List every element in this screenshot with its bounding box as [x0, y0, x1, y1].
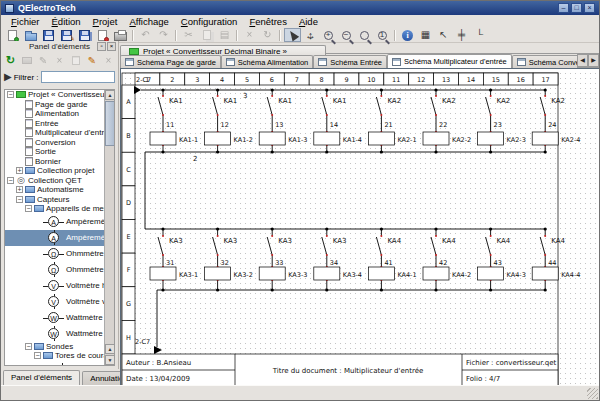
new-file-button[interactable]: [4, 28, 21, 42]
top-branch-KA2-4[interactable]: KA224KA2-4: [532, 88, 580, 153]
pan-mode-button[interactable]: ↔↕: [302, 28, 319, 42]
tree-item-wattme-tre-ver[interactable]: WWattmètre ver...: [5, 326, 114, 342]
schema-tab-5[interactable]: Schéma Conversion: [512, 55, 577, 68]
folio-references[interactable]: 2-C72-C7: [134, 76, 162, 354]
maximize-button[interactable]: □: [571, 3, 582, 13]
expand-icon[interactable]: +: [16, 167, 23, 174]
tree-item-automatisme[interactable]: +Automatisme: [5, 185, 114, 195]
tree-item-capteurs[interactable]: −Capteurs: [5, 195, 114, 205]
dock-tab-panel-d-e-le-ments[interactable]: Panel d'éléments: [3, 370, 80, 386]
collapse-icon[interactable]: −: [7, 91, 14, 98]
schema-tab-1[interactable]: Schéma Page de garde: [120, 55, 221, 68]
schema-tab-2[interactable]: Schéma Alimentation: [221, 55, 313, 68]
tree-item-alimentation[interactable]: Alimentation: [5, 109, 114, 119]
title-bar[interactable]: QElectroTech – □ ×: [1, 1, 599, 15]
save-as-button[interactable]: ✎: [58, 28, 75, 42]
top-branch-KA2-3[interactable]: KA223KA2-3: [478, 88, 526, 153]
menu-edition[interactable]: Édition: [46, 16, 87, 27]
top-branch-KA1-3[interactable]: KA113KA1-3: [259, 88, 307, 153]
tree-item-voltme-tre-vertical[interactable]: VVoltmètre vertical: [5, 294, 114, 310]
bottom-branch-KA4-1[interactable]: KA441KA4-1: [368, 227, 416, 291]
zoom-in-button[interactable]: +: [320, 28, 337, 42]
menu-projet[interactable]: Projet: [87, 16, 124, 27]
menu-configuration[interactable]: Configuration: [175, 16, 244, 27]
collapse-icon[interactable]: −: [34, 352, 41, 359]
filter-input[interactable]: [41, 71, 115, 83]
tree-item-entre-e[interactable]: Entrée: [5, 119, 114, 129]
tree-item-conversion[interactable]: Conversion: [5, 138, 114, 148]
tree-scrollbar[interactable]: ▲ ▲ ▼: [104, 90, 114, 365]
bottom-branch-KA3-3[interactable]: KA333KA3-3: [259, 227, 307, 291]
collapse-icon[interactable]: −: [25, 343, 32, 350]
add-conductor-button[interactable]: ╪: [453, 28, 470, 42]
scroll-down-icon[interactable]: ▼: [105, 355, 115, 365]
element-infos-button[interactable]: i: [399, 28, 416, 42]
open-file-button[interactable]: [22, 28, 39, 42]
tree-item-collection-projet[interactable]: +Collection projet: [5, 166, 114, 176]
top-branch-KA2-1[interactable]: KA221KA2-1: [368, 88, 416, 153]
tree-item-collection-qet[interactable]: −◎Collection QET: [5, 176, 114, 186]
schema-tab-4[interactable]: Schéma Multiplicateur d'entrée: [387, 54, 512, 68]
conductors[interactable]: [141, 90, 545, 347]
print-button[interactable]: [112, 28, 129, 42]
tree-item-bornier[interactable]: Bornier: [5, 157, 114, 167]
zoom-out-button[interactable]: −: [338, 28, 355, 42]
menu-fenetres[interactable]: Fenêtres: [243, 16, 293, 27]
save-button[interactable]: [40, 28, 57, 42]
top-branch-KA2-2[interactable]: KA222KA2-2: [423, 88, 471, 153]
dock-header[interactable]: Panel d'éléments ▫ ×: [1, 41, 118, 52]
scrollbar-thumb[interactable]: [105, 101, 115, 146]
svg-text:Date : 13/04/2009: Date : 13/04/2009: [126, 375, 190, 383]
top-branch-KA1-1[interactable]: KA111KA1-1: [150, 88, 198, 153]
tree-item-projet-convertisseur-de-ci[interactable]: −Projet « Convertisseur Déci...: [5, 90, 114, 100]
schematic-view[interactable]: 1234567891011121314151617ABCDEFGHAuteur …: [120, 68, 600, 388]
menu-affichage[interactable]: Affichage: [123, 16, 174, 27]
tree-item-tore-1-po-le[interactable]: Tore 1 pôle: [5, 361, 114, 367]
bottom-branch-KA3-4[interactable]: KA334KA3-4: [314, 227, 362, 291]
bottom-branch-KA4-4[interactable]: KA444KA4-4: [532, 227, 580, 291]
edit-element-button[interactable]: ✎: [85, 54, 98, 67]
collapse-icon[interactable]: −: [16, 196, 23, 203]
dock-float-button[interactable]: ▫: [97, 42, 106, 51]
tree-item-ampe-reme-t[interactable]: AAmpèremèt...: [5, 214, 114, 230]
tab-scroll-left-icon[interactable]: ◀: [577, 54, 588, 67]
tree-item-voltme-tre-h[interactable]: VVoltmètre h...: [5, 278, 114, 294]
expand-icon[interactable]: +: [16, 186, 23, 193]
conductor-angle-button[interactable]: └: [471, 28, 488, 42]
tree-item-appareils-de-mesure[interactable]: −Appareils de mesure: [5, 204, 114, 214]
top-branch-KA1-4[interactable]: KA114KA1-4: [314, 88, 362, 153]
add-text-button[interactable]: ↖: [435, 28, 452, 42]
tree-item-ampe-reme-tre-v[interactable]: AAmpèremètre v...: [5, 230, 114, 246]
tree-item-page-de-garde[interactable]: Page de garde: [5, 100, 114, 110]
tree-item-sondes[interactable]: −Sondes: [5, 342, 114, 352]
bottom-branch-KA3-2[interactable]: KA332KA3-2: [205, 227, 253, 291]
zoom-fit-button[interactable]: [356, 28, 373, 42]
menu-fichier[interactable]: Fichier: [5, 16, 46, 27]
select-mode-button[interactable]: [284, 28, 301, 42]
tree-item-ohmme-tre-vert[interactable]: ΩOhmmètre vert...: [5, 262, 114, 278]
zoom-reset-button[interactable]: 1: [374, 28, 391, 42]
save-all-button[interactable]: [76, 28, 93, 42]
close-file-button[interactable]: [94, 28, 111, 42]
scroll-up-icon[interactable]: ▲: [105, 90, 115, 100]
show-grid-button[interactable]: ▦: [417, 28, 434, 42]
reload-collections-button[interactable]: ↻: [4, 54, 17, 67]
minimize-button[interactable]: –: [558, 3, 569, 13]
menu-aide[interactable]: Aide: [293, 16, 324, 27]
tab-scroll-right-icon[interactable]: ▶: [588, 54, 599, 67]
resize-grip[interactable]: [587, 388, 598, 399]
collapse-icon[interactable]: −: [7, 177, 14, 184]
bottom-branch-KA4-2[interactable]: KA442KA4-2: [423, 227, 471, 291]
collapse-icon[interactable]: −: [25, 205, 32, 212]
close-button[interactable]: ×: [584, 3, 595, 13]
scroll-up-icon-2[interactable]: ▲: [105, 344, 115, 354]
tree-item-wattme-tre-h[interactable]: WWattmètre h...: [5, 310, 114, 326]
bottom-branch-KA4-3[interactable]: KA443KA4-3: [478, 227, 526, 291]
dock-close-button[interactable]: ×: [107, 42, 116, 51]
schema-tab-3[interactable]: Schéma Entrée: [313, 55, 387, 68]
tree-item-sortie[interactable]: Sortie: [5, 147, 114, 157]
tree-item-ohmme-tre[interactable]: ΩOhmmètre ...: [5, 246, 114, 262]
bottom-branch-KA3-1[interactable]: KA331KA3-1: [150, 227, 198, 291]
tree-item-multiplicateur-d-entre-e[interactable]: Multiplicateur d'entrée: [5, 128, 114, 138]
tree-item-tores-de-courant[interactable]: −Tores de courant: [5, 351, 114, 361]
